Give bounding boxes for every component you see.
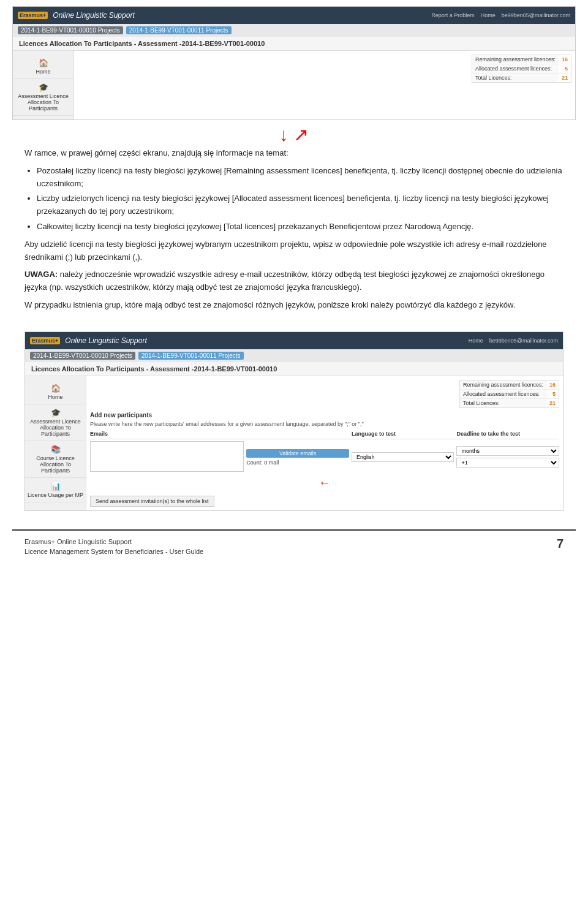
footer-left: Erasmus+ Online Linguistic Support Licen… [24,537,203,557]
remaining-value-2: 16 [546,381,559,389]
sidebar2-usage-label: Licence Usage per MP [28,492,83,498]
remaining-label: Remaining assessment licences: [472,55,559,64]
sidebar-item-assessment[interactable]: 🎓 Assessment Licence Allocation To Parti… [13,79,74,116]
breadcrumb-bar: 2014-1-BE99-VT001-00010 Projects 2014-1-… [13,24,575,37]
course-icon: 📚 [51,445,61,454]
email-input[interactable] [90,441,244,472]
screenshot-top: Erasmus+ Online Linguistic Support Repor… [12,6,576,120]
sidebar2-course[interactable]: 📚 Course Licence Allocation To Participa… [25,441,86,478]
total-label-2: Total Licences: [460,399,546,407]
sidebar2-usage[interactable]: 📊 Licence Usage per MP [25,478,86,502]
paragraph-1: Aby udzielić licencji na testy biegłości… [24,238,564,264]
arrow-decoration-2: ← [90,475,559,490]
col-emails-header: Emails [90,431,244,437]
deadline-plus1-select[interactable]: +1 [456,458,559,468]
assessment-icon: 🎓 [39,83,48,92]
usage-icon: 📊 [51,482,61,491]
form-table-row: Validate emails Count: 0 mail English mo… [90,441,559,473]
allocated-value: 5 [559,64,571,73]
send-invitation-button[interactable]: Send assessment invitation(s) to the who… [90,496,214,507]
page-title-2: Licences Allocation To Participants - As… [25,362,563,376]
mini-sidebar-2: 🏠 Home 🎓 Assessment Licence Allocation T… [25,376,86,510]
allocated-value-2: 5 [546,390,559,398]
col-lang-header: Language to test [352,431,454,437]
paragraph-2: UWAGA: należy jednocześnie wprowadzić ws… [24,268,564,294]
total-value-2: 21 [546,399,559,407]
home-icon-2: 🏠 [51,384,61,393]
mini-content-area: Remaining assessment licences: 16 Alloca… [74,51,575,119]
sidebar2-assessment[interactable]: 🎓 Assessment Licence Allocation To Parti… [25,404,86,441]
paragraph-2-text: należy jednocześnie wprowadzić wszystkie… [24,270,545,292]
language-select[interactable]: English [352,452,454,462]
sidebar-assessment-label: Assessment Licence Allocation To Partici… [15,93,72,112]
bullet-item-1: Pozostałej liczby licencji na testy bieg… [37,165,564,191]
page-title: Licences Allocation To Participants - As… [13,37,575,51]
ols-title-2: Online Linguistic Support [65,336,146,345]
validate-emails-button[interactable]: Validate emails [246,449,349,458]
ols-title: Online Linguistic Support [53,11,134,20]
footer-line2: Licence Management System for Beneficiar… [24,547,203,557]
add-participants-desc: Please write here the new participants' … [90,421,559,427]
footer-line1: Erasmus+ Online Linguistic Support [24,537,203,547]
deadline-months-select[interactable]: months [456,446,559,456]
report-problem-link[interactable]: Report a Problem [431,12,475,18]
sidebar2-home-label: Home [48,394,62,400]
bullet-item-2: Liczby udzielonych licencji na testy bie… [37,192,564,218]
home-link[interactable]: Home [481,12,496,18]
form-table-header: Emails Language to test Deadline to take… [90,431,559,439]
breadcrumb-2-item-2[interactable]: 2014-1-BE99-VT001-00011 Projects [138,352,244,360]
validate-col: Validate emails Count: 0 mail [246,448,349,466]
stats-box-2: Remaining assessment licences: 16 Alloca… [459,380,559,408]
sidebar-home-label: Home [36,69,50,75]
erasmus-logo: Erasmus+ [18,12,48,19]
deadline-col: months +1 [456,446,559,468]
home-link-2[interactable]: Home [469,338,483,344]
lang-col: English [352,452,454,462]
breadcrumb-item-2[interactable]: 2014-1-BE99-VT001-00011 Projects [126,26,232,34]
col-validate-header [246,431,349,437]
uwaga-label: UWAGA: [24,270,58,279]
sidebar2-home[interactable]: 🏠 Home [25,380,86,404]
count-label: Count: 0 mail [246,460,349,466]
stats-box: Remaining assessment licences: 16 Alloca… [472,55,571,83]
document-text: W ramce, w prawej górnej części ekranu, … [12,141,576,323]
bullet-item-3: Całkowitej liczby licencji na testy bieg… [37,221,564,233]
total-label: Total Licences: [472,74,559,82]
user-link-2[interactable]: be99ben05@mailinator.com [489,338,558,344]
remaining-label-2: Remaining assessment licences: [460,381,546,389]
add-participants-title: Add new participants [90,412,559,418]
bullet-list: Pozostałej liczby licencji na testy bieg… [37,165,564,233]
form-section: Add new participants Please write here t… [90,412,559,507]
col-deadline-header: Deadline to take the test [456,431,559,437]
sidebar2-assessment-label: Assessment Licence Allocation To Partici… [27,418,84,437]
top-right-links: Report a Problem Home be99ben05@mailinat… [431,12,570,18]
screenshot-bottom: Erasmus+ Online Linguistic Support Home … [24,331,564,511]
intro-paragraph: W ramce, w prawej górnej części ekranu, … [24,147,564,160]
top-right-2: Home be99ben05@mailinator.com [469,338,558,344]
mini-sidebar: 🏠 Home 🎓 Assessment Licence Allocation T… [13,51,74,119]
assessment-icon-2: 🎓 [51,408,61,417]
paragraph-3: W przypadku istnienia grup, które mają o… [24,299,564,312]
mini-content-area-2: Remaining assessment licences: 16 Alloca… [86,376,563,510]
breadcrumb-item-1[interactable]: 2014-1-BE99-VT001-00010 Projects [18,26,123,34]
email-input-wrapper [90,441,244,473]
home-icon: 🏠 [39,58,48,67]
erasmus-logo-2: Erasmus+ [30,337,60,344]
breadcrumb-bar-2: 2014-1-BE99-VT001-00010 Projects 2014-1-… [25,349,563,362]
allocated-label-2: Allocated assessment licences: [460,390,546,398]
user-link[interactable]: be99ben05@mailinator.com [502,12,570,18]
sidebar-item-home[interactable]: 🏠 Home [13,55,74,79]
sidebar2-course-label: Course Licence Allocation To Participant… [27,455,84,474]
allocated-label: Allocated assessment licences: [472,64,559,73]
page-footer: Erasmus+ Online Linguistic Support Licen… [12,529,576,563]
remaining-value: 16 [559,55,571,64]
mini-topbar: Erasmus+ Online Linguistic Support Repor… [13,7,575,24]
footer-page-number: 7 [557,537,564,557]
mini-topbar-2: Erasmus+ Online Linguistic Support Home … [25,332,563,349]
total-value: 21 [559,74,571,82]
breadcrumb-2-item-1[interactable]: 2014-1-BE99-VT001-00010 Projects [30,352,135,360]
